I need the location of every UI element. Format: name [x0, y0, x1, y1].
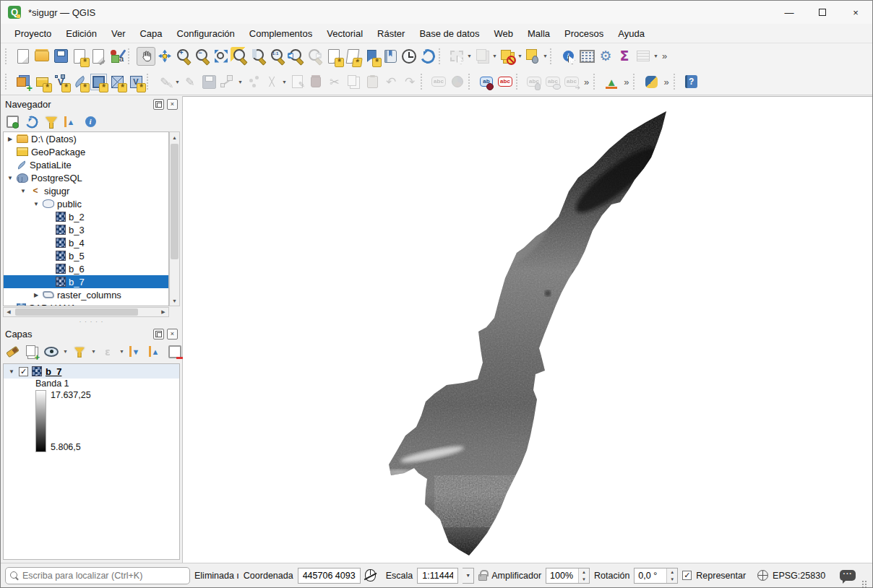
show-statistics-button[interactable] [615, 47, 634, 66]
collapse-all-button[interactable] [62, 113, 79, 131]
magnifier-input[interactable] [546, 571, 578, 581]
tree-item-b6[interactable]: b_6 [4, 262, 168, 275]
scroll-down-icon[interactable]: ▼ [170, 295, 179, 306]
toolbar-handle[interactable] [593, 74, 599, 90]
tree-item-b2[interactable]: b_2 [4, 210, 168, 223]
chevron-down-icon[interactable]: ▼ [174, 79, 181, 85]
highlight-pinned-labels-button[interactable] [496, 72, 515, 91]
spin-down-icon[interactable]: ▼ [667, 576, 677, 583]
manage-map-themes-button[interactable] [43, 343, 60, 360]
remove-layer-button[interactable] [166, 343, 184, 360]
zoom-to-selection-button[interactable] [231, 47, 249, 66]
zoom-full-extent-button[interactable] [212, 47, 231, 66]
expander-icon[interactable]: ▼ [20, 188, 27, 194]
toolbar-overflow-button[interactable]: » [659, 51, 670, 61]
menu-base-de-datos[interactable]: Base de datos [413, 26, 486, 41]
coordinate-input[interactable] [303, 571, 356, 581]
zoom-in-button[interactable]: + [174, 47, 193, 66]
minimize-button[interactable]: — [773, 1, 806, 24]
chevron-down-icon[interactable]: ▼ [62, 349, 69, 354]
zoom-native-resolution-button[interactable]: 1:1 [268, 47, 287, 66]
rotation-spinbox[interactable]: ▲▼ [634, 568, 678, 584]
new-3d-map-view-button[interactable] [342, 47, 364, 66]
new-shapefile-layer-button[interactable] [51, 72, 70, 91]
chevron-down-icon[interactable]: ▼ [653, 53, 659, 59]
python-console-button[interactable] [642, 72, 661, 91]
chevron-down-icon[interactable]: ▼ [281, 79, 288, 85]
paste-features-button[interactable] [363, 72, 382, 91]
scale-input[interactable] [422, 571, 453, 581]
toggle-editing-button[interactable] [181, 72, 199, 91]
processing-toolbox-button[interactable] [596, 47, 615, 66]
properties-widget-button[interactable] [82, 113, 99, 131]
tree-item-postgresql[interactable]: ▼PostgreSQL [4, 171, 168, 184]
new-spatial-bookmark-button[interactable] [362, 47, 381, 66]
tree-item-b4[interactable]: b_4 [4, 236, 168, 249]
pan-map-button[interactable] [137, 47, 155, 66]
toolbar-handle[interactable] [421, 74, 426, 90]
chevron-down-icon[interactable]: ▼ [466, 53, 473, 59]
crs-globe-icon[interactable] [757, 570, 768, 581]
magnifier-spinbox[interactable]: ▲▼ [546, 568, 590, 584]
modify-attributes-button[interactable] [288, 72, 306, 91]
redo-button[interactable] [400, 72, 419, 91]
vertex-tool-button[interactable] [262, 72, 281, 91]
maximize-button[interactable] [806, 1, 839, 24]
menu-malla[interactable]: Malla [521, 26, 556, 41]
toolbar-overflow-button[interactable]: » [621, 77, 632, 87]
tree-item-sigugr[interactable]: ▼sigugr [4, 184, 168, 197]
locator-input[interactable] [22, 571, 185, 581]
filter-browser-button[interactable] [43, 113, 60, 131]
new-print-layout-button[interactable] [70, 47, 89, 66]
tree-item-b5[interactable]: b_5 [4, 249, 168, 262]
spin-up-icon[interactable]: ▲ [579, 568, 589, 576]
toolbar-handle[interactable] [5, 48, 11, 64]
open-project-button[interactable] [33, 47, 51, 66]
zoom-last-button[interactable]: ◀ [287, 47, 306, 66]
layer-diagrams-button[interactable] [448, 72, 467, 91]
scrollbar-thumb[interactable] [15, 308, 138, 316]
chevron-down-icon[interactable]: ▼ [119, 349, 125, 354]
expander-icon[interactable]: ▼ [33, 201, 40, 207]
save-project-button[interactable] [51, 47, 70, 66]
add-selected-layers-button[interactable] [4, 113, 21, 131]
tree-item-public[interactable]: ▼public [4, 197, 168, 210]
rotation-input[interactable] [635, 571, 666, 581]
digitize-segment-button[interactable] [218, 72, 237, 91]
results-viewer-button[interactable] [634, 47, 653, 66]
expander-icon[interactable]: ▼ [8, 368, 15, 375]
chevron-down-icon[interactable]: ▼ [90, 349, 97, 354]
log-messages-icon[interactable] [840, 570, 856, 581]
lock-scale-icon[interactable] [478, 574, 487, 581]
close-panel-button[interactable]: × [167, 329, 178, 340]
undo-button[interactable] [382, 72, 400, 91]
scroll-left-icon[interactable]: ◀ [4, 309, 14, 315]
toolbar-handle[interactable] [674, 74, 679, 90]
show-spatial-bookmarks-button[interactable] [381, 47, 400, 66]
select-features-by-form-button[interactable] [473, 47, 491, 66]
refresh-browser-button[interactable] [25, 114, 39, 129]
menu-ayuda[interactable]: Ayuda [611, 26, 651, 41]
add-group-button[interactable] [23, 343, 40, 360]
refresh-map-button[interactable] [418, 47, 437, 66]
menu-configuracion[interactable]: Configuración [171, 26, 241, 41]
new-annotation-layer-button[interactable] [126, 72, 145, 91]
new-spatialite-layer-button[interactable] [70, 72, 89, 91]
zoom-next-button[interactable]: ▶ [306, 47, 324, 66]
toolbar-handle[interactable] [128, 48, 134, 64]
menu-complementos[interactable]: Complementos [243, 26, 319, 41]
expander-icon[interactable]: ▶ [33, 292, 40, 298]
new-map-view-button[interactable] [324, 47, 343, 66]
chevron-down-icon[interactable]: ▼ [542, 53, 549, 59]
toolbar-handle[interactable] [516, 74, 522, 90]
deselect-all-layers-button[interactable] [498, 47, 517, 66]
menu-vectorial[interactable]: Vectorial [320, 26, 369, 41]
scrollbar-thumb[interactable] [171, 144, 179, 259]
new-mesh-layer-button[interactable] [108, 72, 126, 91]
toolbar-handle[interactable] [550, 48, 556, 64]
collapse-all-button[interactable] [147, 343, 164, 360]
new-project-button[interactable] [14, 47, 33, 66]
layer-visibility-checkbox[interactable]: ✓ [19, 367, 28, 376]
add-record-button[interactable] [244, 72, 262, 91]
close-button[interactable]: × [839, 1, 872, 24]
